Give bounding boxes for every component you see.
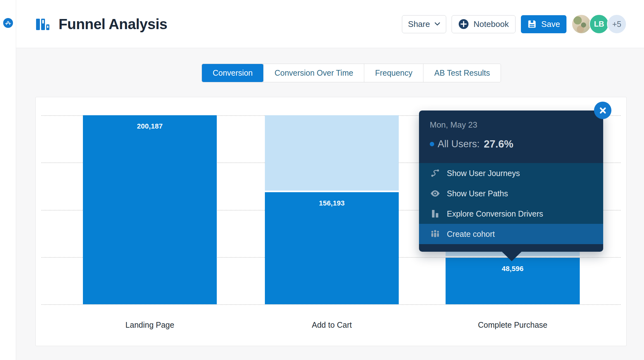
logo-wave-a xyxy=(4,19,12,27)
toolbar-actions: Share Notebook Save LB+5 xyxy=(402,0,627,48)
chevron-down-icon xyxy=(435,22,440,26)
bar-category-label: Add to Cart xyxy=(265,320,399,330)
notebook-button[interactable]: Notebook xyxy=(452,15,516,33)
cohort-icon xyxy=(430,230,441,238)
tab-frequency[interactable]: Frequency xyxy=(364,64,423,82)
avatar-LB[interactable]: LB xyxy=(589,14,609,34)
tooltip-close-button[interactable] xyxy=(594,102,611,119)
journey-icon xyxy=(430,168,441,178)
view-tabs: ConversionConversion Over TimeFrequencyA… xyxy=(202,64,501,82)
notebook-button-label: Notebook xyxy=(473,19,509,29)
bar-value-label: 156,193 xyxy=(265,199,399,207)
title-group: Funnel Analysis xyxy=(35,16,167,33)
top-bar: Funnel Analysis Share Notebook Save xyxy=(16,0,644,48)
tooltip-series-row: All Users: 27.6% xyxy=(430,138,603,150)
converted-segment[interactable]: 156,193 xyxy=(265,192,399,304)
bar-category-label: Landing Page xyxy=(83,320,217,330)
close-icon xyxy=(599,106,607,115)
plus-circle-icon xyxy=(458,19,469,29)
tooltip-menu-item-create-cohort[interactable]: Create cohort xyxy=(419,224,603,244)
tooltip-menu-item-label: Explore Conversion Drivers xyxy=(447,209,543,218)
save-floppy-icon xyxy=(527,19,537,29)
tooltip-menu-item-show-user-paths[interactable]: Show User Paths xyxy=(419,183,603,204)
tab-conversion[interactable]: Conversion xyxy=(202,64,263,82)
save-button[interactable]: Save xyxy=(521,15,566,33)
tooltip-menu-item-label: Show User Paths xyxy=(447,189,508,198)
tab-ab-test-results[interactable]: AB Test Results xyxy=(423,64,501,82)
tooltip-menu: Show User JourneysShow User PathsExplore… xyxy=(419,163,603,244)
page-title: Funnel Analysis xyxy=(59,16,167,33)
tooltip-arrow xyxy=(501,251,522,261)
tooltip-menu-item-explore-conversion-drivers[interactable]: Explore Conversion Drivers xyxy=(419,204,603,224)
bar-category-label: Complete Purchase xyxy=(446,320,580,330)
tooltip-menu-item-label: Show User Journeys xyxy=(447,169,520,178)
funnel-bar-landing-page[interactable]: 200,187 xyxy=(83,97,217,304)
avatar-photo[interactable] xyxy=(572,14,591,34)
bar-chart-logo-icon xyxy=(35,16,51,32)
tooltip-menu-item-label: Create cohort xyxy=(447,230,495,239)
gridline xyxy=(41,304,621,305)
dropoff-segment[interactable] xyxy=(265,115,399,191)
left-rail xyxy=(0,0,16,360)
bar-value-label: 48,596 xyxy=(446,265,580,273)
converted-segment[interactable]: 48,596 xyxy=(446,258,580,304)
bar-value-label: 200,187 xyxy=(83,122,217,130)
share-button[interactable]: Share xyxy=(402,15,446,33)
tooltip-date: Mon, May 23 xyxy=(430,120,603,130)
eye-icon xyxy=(430,190,441,197)
amplitude-logo-icon[interactable] xyxy=(3,18,13,28)
tooltip-menu-item-show-user-journeys[interactable]: Show User Journeys xyxy=(419,163,603,183)
tab-conversion-over-time[interactable]: Conversion Over Time xyxy=(264,64,364,82)
bars-icon xyxy=(430,209,441,218)
avatar-stack: LB+5 xyxy=(572,14,627,34)
tooltip-footer xyxy=(419,244,603,252)
tooltip-series-value: 27.6% xyxy=(484,138,514,150)
share-button-label: Share xyxy=(408,19,430,29)
save-button-label: Save xyxy=(541,19,560,29)
tooltip-series-name: All Users: xyxy=(438,138,480,150)
avatar-+5[interactable]: +5 xyxy=(607,14,627,34)
series-dot-icon xyxy=(430,142,434,146)
converted-segment[interactable]: 200,187 xyxy=(83,115,217,304)
funnel-bar-add-to-cart[interactable]: 156,193 xyxy=(265,97,399,304)
tooltip-header: Mon, May 23 All Users: 27.6% xyxy=(419,111,603,163)
chart-tooltip: Mon, May 23 All Users: 27.6% Show User J… xyxy=(419,111,603,252)
